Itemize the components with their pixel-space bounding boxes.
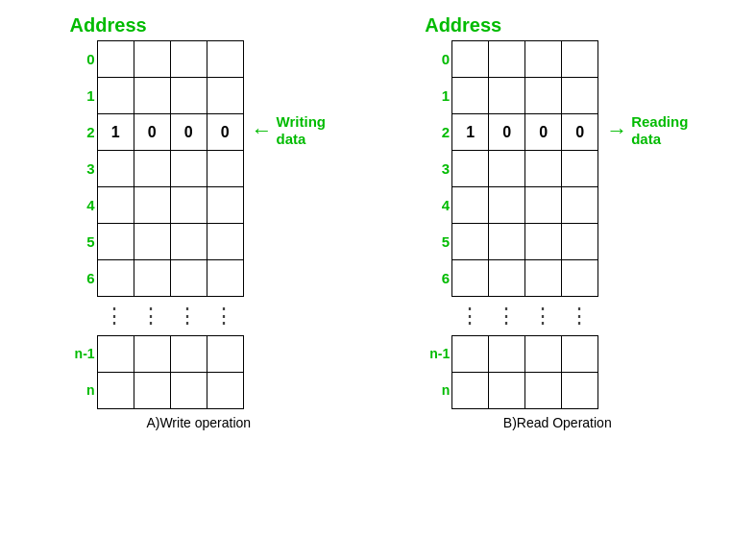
right-diagram: Address 0 1 2 3 4 5 6 1000: [423, 14, 688, 409]
right-bottom-grid: [451, 335, 598, 409]
right-dash-2: ⋮: [488, 297, 524, 335]
right-bottom-rows: n-1 n: [423, 335, 598, 409]
left-grid: 1000: [97, 40, 244, 297]
right-dash-4: ⋮: [561, 297, 597, 335]
right-dashes: ⋮ ⋮ ⋮ ⋮: [451, 297, 597, 335]
right-bottom-row-n: n: [423, 372, 451, 408]
right-row-0: 0: [423, 40, 451, 77]
right-arrow-symbol: →: [606, 118, 627, 143]
left-arrow-symbol: ←: [252, 118, 273, 143]
left-dashes: ⋮ ⋮ ⋮ ⋮: [97, 297, 243, 335]
right-main-rows: 0 1 2 3 4 5 6 1000 → Readingdata: [423, 40, 688, 297]
right-address-label: Address: [425, 14, 501, 37]
left-row-0: 0: [68, 40, 97, 77]
left-arrow-text: Writingdata: [277, 113, 326, 148]
left-row-3: 3: [68, 150, 97, 186]
left-address-label: Address: [70, 14, 147, 37]
left-row-2: 2: [68, 113, 97, 150]
right-bottom-row-nums: n-1 n: [423, 335, 451, 408]
left-bottom-rows: n-1 n: [68, 335, 244, 409]
left-dash-3: ⋮: [170, 297, 207, 335]
right-row-6: 6: [423, 259, 451, 296]
right-bottom-row-n1: n-1: [423, 335, 451, 372]
right-arrow-text: Readingdata: [631, 113, 688, 148]
right-dash-1: ⋮: [451, 297, 488, 335]
left-caption: A)Write operation: [103, 415, 295, 430]
caption-row: A)Write operation B)Read Operation: [0, 415, 756, 430]
left-main-rows: 0 1 2 3 4 5 6 1000 ← Writingdata: [68, 40, 326, 297]
right-row-1: 1: [423, 77, 451, 113]
left-bottom-grid: [97, 335, 244, 409]
left-diagram: Address 0 1 2 3 4 5 6 1000: [68, 14, 326, 409]
right-dash-3: ⋮: [524, 297, 561, 335]
left-row-6: 6: [68, 259, 97, 296]
right-arrow: → Readingdata: [606, 113, 688, 148]
left-bottom-row-n1: n-1: [68, 335, 97, 372]
right-row-4: 4: [423, 186, 451, 223]
left-row-nums: 0 1 2 3 4 5 6: [68, 40, 97, 296]
left-row-1: 1: [68, 77, 97, 113]
right-row-2: 2: [423, 113, 451, 150]
left-bottom-row-nums: n-1 n: [68, 335, 97, 408]
left-dash-2: ⋮: [134, 297, 170, 335]
right-row-5: 5: [423, 223, 451, 259]
left-arrow: ← Writingdata: [252, 113, 326, 148]
left-row-4: 4: [68, 186, 97, 223]
right-row-nums: 0 1 2 3 4 5 6: [423, 40, 451, 296]
left-bottom-row-n: n: [68, 372, 97, 408]
right-caption: B)Read Operation: [461, 415, 653, 430]
left-row-5: 5: [68, 223, 97, 259]
left-dash-4: ⋮: [207, 297, 243, 335]
left-dash-1: ⋮: [97, 297, 134, 335]
right-grid: 1000: [451, 40, 598, 297]
right-row-3: 3: [423, 150, 451, 186]
